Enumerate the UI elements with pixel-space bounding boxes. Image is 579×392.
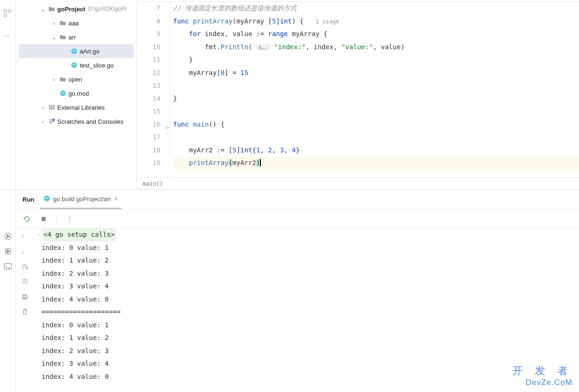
svg-rect-25 [42, 217, 46, 221]
go-icon [44, 195, 50, 203]
svg-rect-27 [23, 294, 26, 296]
rerun-icon[interactable] [23, 215, 31, 223]
folder-icon [59, 75, 67, 83]
folder-icon [59, 19, 67, 27]
run-gutter-icon[interactable]: ▷ [166, 121, 169, 134]
chevron-down-icon[interactable]: ⌄ [39, 6, 46, 13]
run-tabs: Run go build goProject/arr × [16, 190, 579, 210]
tree-item-test_slice-go[interactable]: test_slice.go [16, 58, 137, 72]
scratches[interactable]: › Scratches and Consoles [16, 114, 137, 128]
tree-item-aaa[interactable]: ›aaa [16, 16, 137, 30]
chevron-right-icon[interactable]: › [39, 104, 46, 111]
debug-step-icon[interactable] [4, 247, 12, 256]
code-area[interactable]: 789101112131415▷16171819 // 传递固定长度的数组还是值… [137, 2, 579, 177]
fold-icon[interactable]: › [38, 228, 41, 241]
svg-rect-16 [49, 121, 54, 122]
svg-point-22 [44, 195, 50, 201]
tree-item-go-mod[interactable]: go.mod [16, 86, 137, 100]
go-file-icon [70, 47, 78, 55]
debug-run-icon[interactable] [4, 232, 12, 241]
more-icon[interactable]: ⋯ [4, 32, 12, 40]
chevron-icon[interactable]: › [51, 20, 57, 27]
svg-point-24 [47, 197, 48, 198]
svg-rect-17 [49, 123, 53, 124]
tree-item-arr[interactable]: ⌄arr [16, 30, 137, 44]
down-icon[interactable]: ↓ [21, 248, 30, 256]
terminal-icon[interactable] [4, 262, 12, 271]
tree-root-label: goProject [57, 6, 85, 13]
more-actions-icon[interactable]: ⋮ [65, 215, 74, 223]
svg-rect-12 [49, 105, 51, 110]
svg-point-7 [73, 64, 74, 65]
code-content[interactable]: // 传递固定长度的数组还是值传递的方式func printArray(myAr… [170, 2, 579, 177]
editor: 789101112131415▷16171819 // 传递固定长度的数组还是值… [137, 0, 579, 189]
run-title: Run [23, 196, 34, 203]
svg-rect-0 [4, 10, 7, 12]
print-icon[interactable] [21, 293, 30, 302]
tree-item-aArr-go[interactable]: aArr.go [19, 44, 134, 58]
console-output[interactable]: ›<4 go setup calls> index: 0 value: 1 in… [35, 228, 579, 392]
tree-root[interactable]: ⌄ goProject D:\goSDK\goPr [16, 2, 137, 16]
svg-rect-13 [51, 105, 53, 110]
up-icon[interactable]: ↑ [21, 233, 30, 241]
chevron-icon[interactable]: ⌄ [51, 34, 57, 41]
svg-point-4 [73, 50, 74, 51]
scroll-to-end-icon[interactable] [21, 278, 30, 286]
stop-icon[interactable] [39, 215, 48, 223]
go-file-icon [70, 61, 78, 69]
line-gutter: 789101112131415▷16171819 [137, 2, 170, 177]
console-toolbar: ↑ ↓ [16, 228, 35, 392]
svg-point-3 [71, 48, 77, 54]
svg-point-23 [46, 197, 46, 198]
chevron-right-icon[interactable]: › [39, 118, 46, 125]
svg-point-18 [53, 119, 55, 121]
run-panel: Run go build goProject/arr × ⋮ ↑ ↓ [0, 189, 579, 392]
svg-rect-2 [4, 14, 7, 16]
svg-point-11 [63, 92, 64, 93]
svg-rect-1 [8, 10, 11, 12]
tree-item-open[interactable]: ›open [16, 72, 137, 86]
svg-rect-14 [53, 105, 55, 110]
folder-icon [48, 5, 55, 13]
breadcrumb[interactable]: main() [137, 177, 579, 189]
tree-root-path: D:\goSDK\goPr [88, 6, 127, 12]
left-toolbar: ⋯ [0, 0, 16, 189]
run-toolbar: ⋮ [16, 210, 579, 228]
project-tree[interactable]: ⌄ goProject D:\goSDK\goPr ›aaa⌄arraArr.g… [16, 0, 137, 189]
trash-icon[interactable] [21, 308, 30, 317]
svg-point-8 [75, 64, 76, 65]
svg-point-9 [60, 90, 66, 96]
structure-icon[interactable] [4, 9, 12, 18]
run-tab[interactable]: go build goProject/arr × [40, 190, 122, 209]
library-icon [48, 104, 55, 111]
soft-wrap-icon[interactable] [21, 263, 30, 271]
chevron-icon[interactable]: › [51, 76, 57, 83]
svg-point-5 [75, 50, 76, 51]
close-icon[interactable]: × [114, 195, 118, 203]
go-file-icon [59, 90, 67, 97]
folder-icon [59, 33, 67, 41]
bottom-toolbar [0, 190, 16, 392]
svg-point-6 [71, 62, 77, 68]
svg-point-10 [61, 92, 62, 93]
external-libraries[interactable]: › External Libraries [16, 100, 137, 114]
scratch-icon [48, 118, 55, 125]
